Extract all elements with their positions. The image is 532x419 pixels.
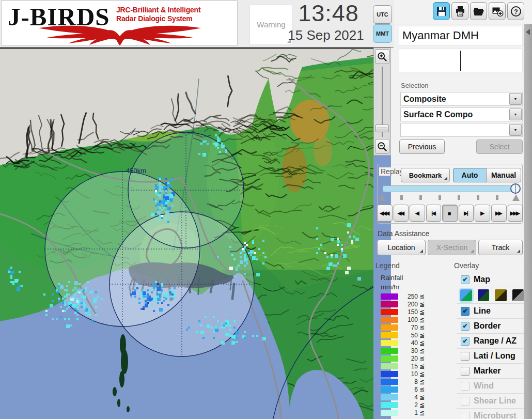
border-checkbox[interactable]: ✔ <box>461 322 470 331</box>
app-logo: J-BIRDS JRC-Brilliant & Intelligent Rada… <box>1 1 238 45</box>
play-backward-button[interactable]: ◀ <box>410 205 425 222</box>
legend-swatch <box>381 293 398 300</box>
overlay-item-map[interactable]: ✔Map <box>457 272 524 287</box>
radar-map[interactable]: 450km <box>0 48 373 419</box>
legend-suffix: ≦ <box>419 378 425 385</box>
legend-swatch <box>381 317 398 323</box>
microburst-checkbox[interactable] <box>461 412 470 419</box>
legend-swatch <box>381 332 398 338</box>
legend-swatch <box>381 363 398 369</box>
legend-suffix: ≦ <box>419 370 425 378</box>
zoom-slider-thumb[interactable] <box>375 125 389 132</box>
shear-line-checkbox[interactable] <box>461 397 470 406</box>
legend-suffix: ≦ <box>419 339 425 347</box>
legend-row: 30≦ <box>381 347 430 354</box>
overlay-item-label: Border <box>474 321 500 331</box>
selection-label: Selection <box>401 82 428 89</box>
line-checkbox[interactable]: ✔ <box>461 307 470 316</box>
legend-suffix: ≦ <box>419 332 425 339</box>
open-folder-icon <box>473 5 485 18</box>
map-style-1-selected[interactable] <box>460 289 472 301</box>
legend-suffix: ≦ <box>419 308 425 316</box>
legend-value: 200 <box>398 301 418 308</box>
overlay-item-shear-line[interactable]: Shear Line <box>457 393 524 408</box>
utc-button[interactable]: UTC <box>373 5 392 24</box>
selection-dropdown-3[interactable]: ▼ <box>400 123 523 137</box>
legend-value: 2 <box>398 401 418 409</box>
save-button[interactable] <box>433 2 450 20</box>
text-cursor <box>460 51 461 71</box>
legend-swatch <box>381 348 398 354</box>
manual-button[interactable]: Manual <box>486 168 521 182</box>
fast-rewind-button[interactable]: ◀◀ <box>394 205 409 222</box>
wind-checkbox[interactable] <box>461 382 470 391</box>
chevron-down-icon[interactable]: ▼ <box>509 124 522 136</box>
replay-slider-thumb[interactable] <box>510 183 521 194</box>
map-style-options[interactable] <box>457 287 524 303</box>
previous-button[interactable]: Previous <box>399 139 445 154</box>
svg-text:?: ? <box>514 7 518 15</box>
overlay-item-border[interactable]: ✔Border <box>457 318 524 333</box>
legend-suffix: ≦ <box>419 363 425 370</box>
overlay-item-wind[interactable]: Wind <box>457 378 524 393</box>
jump-start-button[interactable]: ◀◀◀ <box>377 205 393 222</box>
legend-suffix: ≦ <box>419 386 425 393</box>
legend-swatch <box>381 371 398 377</box>
x-section-button[interactable]: X-Section <box>428 240 476 255</box>
station-title: Myanmar DMH <box>399 26 523 45</box>
range-label-450km: 450km <box>126 167 146 175</box>
jump-end-button[interactable]: ▶▶▶ <box>508 205 523 222</box>
step-forward-button[interactable]: ▶| <box>459 205 474 222</box>
bookmark-button[interactable]: Bookmark <box>401 168 450 182</box>
legend-value: 4 <box>398 394 418 401</box>
stop-button[interactable]: ■ <box>442 205 458 222</box>
selection-dropdown-2[interactable]: Surface R Compo▼ <box>400 107 523 121</box>
magnifier-plus-icon <box>377 51 388 63</box>
zoom-in-button[interactable] <box>375 49 389 64</box>
zoom-out-button[interactable] <box>375 139 389 154</box>
legend-swatch <box>381 324 398 331</box>
range-az-checkbox[interactable]: ✔ <box>461 337 470 346</box>
location-button[interactable]: Location <box>377 240 426 255</box>
track-button[interactable]: Track <box>478 240 523 255</box>
legend-label: Legend <box>375 261 400 270</box>
print-button[interactable] <box>451 2 468 20</box>
play-forward-button[interactable]: ▶ <box>475 205 490 222</box>
legend-row: 8≦ <box>381 378 430 385</box>
selection-dropdown-1[interactable]: Composite▼ <box>400 92 523 106</box>
fast-forward-button[interactable]: ▶▶ <box>491 205 507 222</box>
slider-range-start-marker[interactable] <box>379 194 386 201</box>
help-button[interactable]: ? <box>507 2 524 20</box>
map-container: 450km <box>0 48 391 419</box>
auto-button[interactable]: Auto <box>453 168 487 182</box>
marker-checkbox[interactable] <box>461 367 470 376</box>
map-style-2[interactable] <box>478 289 490 301</box>
slider-range-end-marker[interactable] <box>512 194 520 201</box>
add-image-button[interactable] <box>489 2 506 20</box>
map-style-4[interactable] <box>512 289 524 301</box>
collapse-arrow-icon[interactable] <box>526 29 530 35</box>
replay-slider-track[interactable] <box>383 185 517 192</box>
panel-collapse-strip[interactable] <box>524 24 532 419</box>
map-checkbox[interactable]: ✔ <box>461 275 470 284</box>
overlay-item-marker[interactable]: Marker <box>457 363 524 378</box>
lati-long-checkbox[interactable] <box>461 352 470 361</box>
open-folder-button[interactable] <box>470 2 487 20</box>
overlay-item-lati-long[interactable]: Lati / Long <box>457 348 524 363</box>
overlay-item-microburst[interactable]: Microburst <box>457 408 524 419</box>
legend-row: 50≦ <box>381 331 430 339</box>
step-backward-button[interactable]: |◀ <box>426 205 442 222</box>
select-button[interactable]: Select <box>476 139 523 154</box>
legend-row: 6≦ <box>381 385 430 393</box>
legend-suffix: ≦ <box>419 316 425 323</box>
slider-tick-5 <box>477 195 479 200</box>
mmt-button[interactable]: MMT <box>373 24 392 43</box>
overlay-item-label: Shear Line <box>474 396 516 406</box>
overlay-item-label: Line <box>474 306 491 316</box>
overlay-item-range-az[interactable]: ✔Range / AZ <box>457 333 524 348</box>
chevron-down-icon[interactable]: ▼ <box>509 93 522 105</box>
overlay-item-line[interactable]: ✔Line <box>457 303 524 318</box>
map-style-3[interactable] <box>495 289 507 301</box>
chevron-down-icon[interactable]: ▼ <box>509 108 522 120</box>
info-display[interactable] <box>399 49 523 72</box>
